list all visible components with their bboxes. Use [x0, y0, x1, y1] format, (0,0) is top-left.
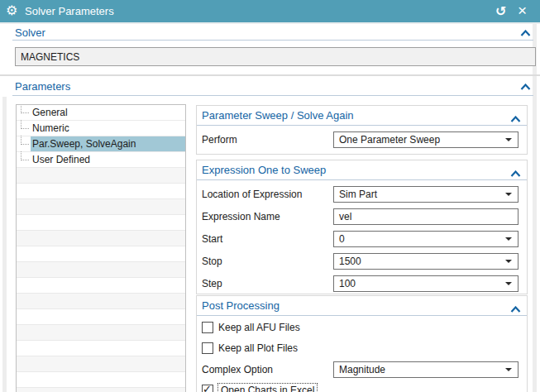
- keep-all-afu-files-label: Keep all AFU Files: [218, 322, 300, 333]
- dropdown-arrow-icon: [505, 368, 512, 371]
- open-charts-in-excel-label: Open Charts in Excel: [218, 384, 317, 392]
- list-item-user-defined[interactable]: User Defined: [17, 152, 185, 168]
- solver-parameters-dialog: ⚙ Solver Parameters ↺ × Solver MAGNETICS…: [0, 0, 540, 392]
- group-post-processing: Post Processing Keep all AFU Files Keep …: [196, 295, 528, 392]
- dropdown-arrow-icon: [505, 138, 512, 141]
- parameters-header-underline: [12, 95, 533, 96]
- right-scroll-gutter[interactable]: [533, 24, 537, 392]
- start-dropdown[interactable]: 0: [333, 231, 518, 247]
- open-charts-in-excel-checkbox[interactable]: [202, 385, 213, 392]
- dropdown-arrow-icon: [505, 282, 512, 285]
- group-collapse-chevron-icon[interactable]: [510, 166, 521, 174]
- list-item-general[interactable]: General: [17, 105, 185, 121]
- solver-section-label: Solver: [15, 26, 45, 39]
- dropdown-arrow-icon: [505, 193, 512, 196]
- stop-label: Stop: [202, 256, 333, 267]
- step-dropdown[interactable]: 100: [333, 275, 518, 292]
- location-of-expression-dropdown[interactable]: Sim Part: [333, 186, 518, 203]
- location-of-expression-label: Location of Expression: [202, 189, 333, 200]
- stop-dropdown[interactable]: 1500: [333, 253, 518, 270]
- keep-all-plot-files-label: Keep all Plot Files: [218, 342, 298, 354]
- group-collapse-chevron-icon[interactable]: [510, 112, 521, 119]
- tree-branch-icon: [21, 120, 29, 129]
- parameters-collapse-chevron-icon[interactable]: [520, 84, 531, 91]
- perform-label: Perform: [202, 134, 333, 146]
- list-item-numeric[interactable]: Numeric: [17, 121, 185, 136]
- group-collapse-chevron-icon[interactable]: [510, 302, 521, 309]
- group-expression-one-to-sweep: Expression One to Sweep Location of Expr…: [196, 160, 528, 294]
- step-label: Step: [202, 278, 333, 289]
- tree-branch-icon: [21, 136, 29, 145]
- list-item-par-sweep-solveagain[interactable]: Par.Sweep, SolveAgain: [17, 136, 185, 152]
- solver-collapse-chevron-icon[interactable]: [520, 30, 531, 37]
- tree-branch-icon: [21, 151, 29, 160]
- left-resize-gutter[interactable]: [2, 97, 7, 392]
- group-header: Expression One to Sweep: [197, 160, 527, 180]
- section-divider: [0, 74, 540, 76]
- close-icon[interactable]: ×: [518, 2, 527, 20]
- gear-icon: ⚙: [6, 3, 17, 18]
- complex-option-label: Complex Option: [202, 364, 333, 375]
- title-bar[interactable]: ⚙ Solver Parameters ↺ ×: [0, 0, 540, 22]
- solver-header-underline: [12, 40, 533, 41]
- keep-all-plot-files-checkbox[interactable]: [202, 342, 213, 354]
- perform-dropdown[interactable]: One Parameter Sweep: [333, 131, 518, 148]
- tree-branch-icon: [21, 104, 29, 113]
- titlebar-divider: [0, 22, 540, 24]
- group-header: Parameter Sweep / Solve Again: [197, 106, 527, 126]
- empty-list-rows: [17, 168, 185, 392]
- reset-icon[interactable]: ↺: [495, 3, 506, 19]
- keep-all-afu-files-checkbox[interactable]: [202, 322, 213, 333]
- group-header: Post Processing: [197, 296, 527, 316]
- parameter-category-list[interactable]: General Numeric Par.Sweep, SolveAgain Us…: [16, 104, 186, 392]
- solver-name-value: MAGNETICS: [21, 51, 79, 63]
- dropdown-arrow-icon: [505, 237, 512, 241]
- complex-option-dropdown[interactable]: Magnitude: [333, 361, 518, 378]
- dialog-title: Solver Parameters: [25, 5, 114, 17]
- group-parameter-sweep-solve-again: Parameter Sweep / Solve Again Perform On…: [196, 105, 528, 155]
- start-label: Start: [202, 233, 333, 245]
- expression-name-input[interactable]: vel: [333, 208, 518, 225]
- parameters-section-label: Parameters: [15, 80, 70, 93]
- solver-name-field[interactable]: MAGNETICS: [15, 47, 536, 66]
- dropdown-arrow-icon: [505, 260, 512, 263]
- expression-name-label: Expression Name: [202, 211, 333, 222]
